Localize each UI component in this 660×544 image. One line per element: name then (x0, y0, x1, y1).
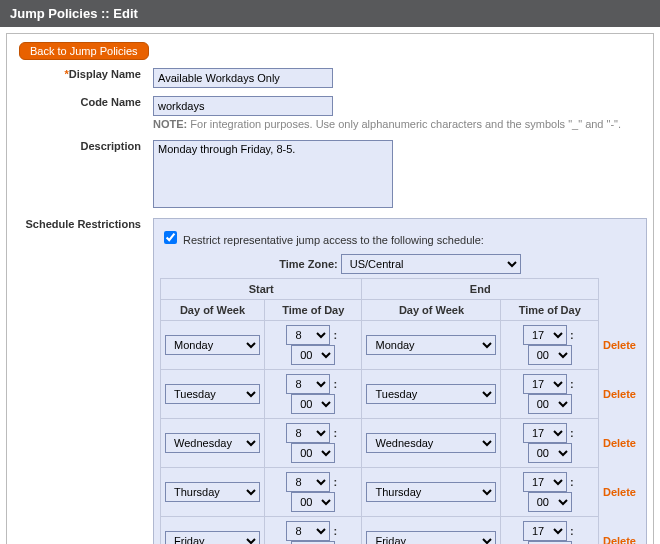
end-day-select[interactable]: Thursday (366, 482, 496, 502)
col-start: Start (161, 279, 362, 300)
end-day-select[interactable]: Friday (366, 531, 496, 544)
start-min-select[interactable]: 00 (291, 443, 335, 463)
end-hour-select[interactable]: 17 (523, 521, 567, 541)
end-hour-select[interactable]: 17 (523, 472, 567, 492)
top-bar: Back to Jump Policies (7, 34, 653, 64)
schedule-box: Restrict representative jump access to t… (153, 218, 647, 544)
start-day-select[interactable]: Tuesday (165, 384, 260, 404)
end-day-select[interactable]: Wednesday (366, 433, 496, 453)
end-day-select[interactable]: Tuesday (366, 384, 496, 404)
form-table: *Display Name Code Name NOTE: For integr… (7, 64, 653, 544)
start-hour-select[interactable]: 8 (286, 374, 330, 394)
display-name-input[interactable] (153, 68, 333, 88)
code-name-label: Code Name (7, 92, 147, 136)
timezone-select[interactable]: US/Central (341, 254, 521, 274)
table-row: Friday8:00Friday17:00Delete (161, 517, 641, 545)
end-hour-select[interactable]: 17 (523, 325, 567, 345)
delete-link[interactable]: Delete (603, 339, 636, 351)
start-day-select[interactable]: Friday (165, 531, 260, 544)
start-hour-select[interactable]: 8 (286, 472, 330, 492)
table-row: Tuesday8:00Tuesday17:00Delete (161, 370, 641, 419)
col-end: End (362, 279, 598, 300)
timezone-row: Time Zone: US/Central (160, 250, 640, 278)
start-hour-select[interactable]: 8 (286, 325, 330, 345)
delete-link[interactable]: Delete (603, 486, 636, 498)
timezone-label: Time Zone: (279, 258, 341, 270)
page-header: Jump Policies :: Edit (0, 0, 660, 27)
delete-link[interactable]: Delete (603, 388, 636, 400)
start-min-select[interactable]: 00 (291, 492, 335, 512)
start-day-select[interactable]: Wednesday (165, 433, 260, 453)
back-button[interactable]: Back to Jump Policies (19, 42, 149, 60)
description-input[interactable]: Monday through Friday, 8-5. (153, 140, 393, 208)
col-start-day: Day of Week (161, 300, 265, 321)
start-day-select[interactable]: Thursday (165, 482, 260, 502)
table-row: Monday8:00Monday17:00Delete (161, 321, 641, 370)
start-min-select[interactable]: 00 (291, 394, 335, 414)
end-hour-select[interactable]: 17 (523, 374, 567, 394)
start-hour-select[interactable]: 8 (286, 521, 330, 541)
col-actions (598, 279, 640, 321)
start-hour-select[interactable]: 8 (286, 423, 330, 443)
code-name-input[interactable] (153, 96, 333, 116)
restrict-label: Restrict representative jump access to t… (183, 234, 484, 246)
schedule-table: Start End Day of Week Time of Day Day of… (160, 278, 640, 544)
delete-link[interactable]: Delete (603, 437, 636, 449)
col-end-time: Time of Day (501, 300, 598, 321)
end-min-select[interactable]: 00 (528, 492, 572, 512)
end-min-select[interactable]: 00 (528, 394, 572, 414)
code-name-note: NOTE: For integration purposes. Use only… (153, 116, 647, 132)
delete-link[interactable]: Delete (603, 535, 636, 544)
description-label: Description (7, 136, 147, 214)
restrict-checkbox[interactable] (164, 231, 177, 244)
end-min-select[interactable]: 00 (528, 443, 572, 463)
end-day-select[interactable]: Monday (366, 335, 496, 355)
table-row: Thursday8:00Thursday17:00Delete (161, 468, 641, 517)
schedule-restrictions-label: Schedule Restrictions (7, 214, 147, 544)
start-min-select[interactable]: 00 (291, 345, 335, 365)
start-day-select[interactable]: Monday (165, 335, 260, 355)
page-title: Jump Policies :: Edit (10, 6, 138, 21)
end-min-select[interactable]: 00 (528, 345, 572, 365)
display-name-label: *Display Name (7, 64, 147, 92)
col-start-time: Time of Day (265, 300, 362, 321)
table-row: Wednesday8:00Wednesday17:00Delete (161, 419, 641, 468)
form-container: Back to Jump Policies *Display Name Code… (6, 33, 654, 544)
end-hour-select[interactable]: 17 (523, 423, 567, 443)
col-end-day: Day of Week (362, 300, 501, 321)
